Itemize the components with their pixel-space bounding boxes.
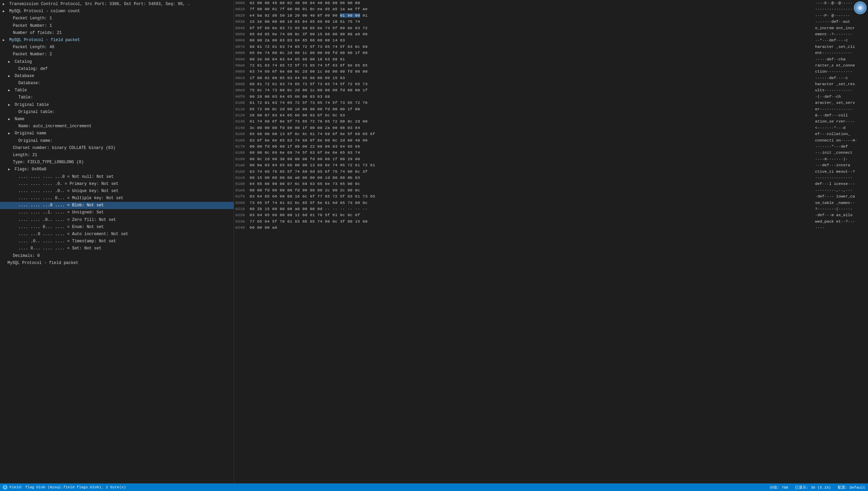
tree-item[interactable]: Packet Length: 1 [0, 15, 234, 22]
tree-item[interactable]: Packet Number: 2 [0, 51, 234, 58]
hex-row: 0120 26 00 07 03 64 65 66 00 03 6f 6c 6c… [234, 112, 868, 118]
tree-item[interactable]: .... 0... .... .... = Set: Not set [0, 245, 234, 252]
collapse-arrow[interactable]: ▶ [8, 167, 12, 172]
hex-row: 0090 00 2e 00 04 03 64 65 66 00 18 63 68… [234, 56, 868, 62]
tree-item[interactable]: .... .... .0.. .... = Zero fill: Not set [0, 216, 234, 224]
collapse-arrow[interactable]: ▶ [8, 117, 12, 122]
hex-ascii: ·def···· lower_ca [812, 193, 867, 200]
hex-ascii: er··-··········· [812, 106, 867, 112]
hex-row: 01d0 64 65 66 00 00 07 6c 69 63 65 6e 73… [234, 181, 868, 187]
tree-item-text: Charset number: binary COLLATE binary (6… [13, 146, 115, 150]
hex-row: 0110 65 72 00 0c 2d 00 10 00 00 00 fd 00… [234, 106, 868, 112]
hex-offset: 01a0 [235, 162, 250, 168]
hex-row: 0240 00 00 08 a0 ···· [234, 225, 868, 231]
hex-offset: 0140 [235, 125, 250, 131]
tree-item[interactable]: Type: FIELD_TYPE_LONGLONG (8) [0, 159, 234, 166]
hex-bytes: 68 61 72 61 63 74 65 72 5f 73 65 74 5f 6… [250, 44, 812, 50]
hex-offset: 0160 [235, 137, 250, 144]
hex-offset: 0050 [235, 31, 250, 37]
tree-item[interactable]: Catalog: def [0, 65, 234, 73]
tree-item[interactable]: Charset number: binary COLLATE binary (6… [0, 145, 234, 152]
tree-item-text: Original name [15, 131, 46, 136]
hex-ascii: ···init _connect [812, 150, 867, 156]
tree-item[interactable]: .... .0.. .... .... = Timestamp: Not set [0, 238, 234, 245]
tree-item[interactable]: Decimals: 0 [0, 252, 234, 260]
hex-bytes: 64 65 66 00 00 07 6c 69 63 65 6e 73 65 0… [250, 181, 812, 187]
tree-item[interactable]: .... .... ...0 .... = Blob: Not set [0, 202, 234, 209]
hex-bytes: 77 65 64 5f 70 61 63 6b 65 74 00 0c 3f 0… [250, 219, 812, 225]
tree-item[interactable]: ▶ Original name [0, 130, 234, 137]
tree-item[interactable]: ▶ Transmission Control Protocol, Src Por… [0, 1, 234, 8]
tree-item[interactable]: Original table: [0, 109, 234, 116]
tree-item-text: MySQL Protocol - field packet [7, 261, 78, 265]
hex-offset: 01c0 [235, 175, 250, 181]
tree-item[interactable]: .... .... .... ...0 = Not null: Not set [0, 173, 234, 181]
hex-row: 0100 61 72 61 63 74 65 72 5f 73 65 74 5f… [234, 100, 868, 106]
hex-bytes: 65 72 00 0c 2d 00 10 00 00 00 fd 00 00 1… [250, 106, 812, 112]
collapse-arrow[interactable]: ▶ [8, 59, 12, 65]
tree-item[interactable]: .... ...0 .... .... = Auto increment: No… [0, 231, 234, 238]
hex-row: 00d0 68 61 72 61 63 74 65 72 5f 73 65 74… [234, 81, 868, 87]
tree-item[interactable]: ▶ Flags: 0x00a0 [0, 166, 234, 173]
hex-offset: 0020 [235, 13, 250, 19]
collapse-arrow[interactable]: ▶ [8, 74, 12, 79]
hex-row: 0030 15 2e 00 00 00 18 03 64 65 66 00 18… [234, 19, 868, 25]
tree-item[interactable]: ▶ MySQL Protocol - field packet [0, 37, 234, 44]
tree-item[interactable]: Number of fields: 21 [0, 30, 234, 37]
hex-offset: 0120 [235, 112, 250, 118]
tree-item[interactable]: MySQL Protocol - field packet [0, 260, 234, 267]
tree-item[interactable]: Packet Length: 46 [0, 44, 234, 51]
tree-item[interactable]: Original name: [0, 137, 234, 145]
tree-item[interactable]: ▶ Catalog [0, 58, 234, 65]
collapse-arrow[interactable]: ▶ [3, 2, 7, 7]
tree-item[interactable]: ▶ Table [0, 87, 234, 94]
tree-item[interactable]: .... .... 0... .... = Enum: Not set [0, 224, 234, 231]
tree-item[interactable]: ▶ Name [0, 116, 234, 123]
tree-item-text: Original table: [18, 110, 55, 114]
tree-item[interactable]: ▶ Original table [0, 101, 234, 109]
hex-dump-panel: 0000 02 00 00 45 00 02 40 06 94 40 00 80… [234, 0, 868, 483]
tree-item[interactable]: ▶ Database [0, 73, 234, 80]
tree-item-text: .... 0... .... .... = Set: Not set [18, 246, 101, 251]
hex-ascii: ····E··@··@····· [812, 0, 867, 6]
tree-item[interactable]: Table: [0, 94, 234, 101]
hex-row: 0160 63 6f 6e 6e 65 63 74 69 6f 6e 00 0c… [234, 137, 868, 144]
tree-item[interactable]: .... .... ..1. .... = Unsigned: Set [0, 209, 234, 216]
tree-item[interactable]: Database: [0, 80, 234, 87]
status-bar: i Field: flag blob (mysql.field.flags.bl… [0, 484, 868, 491]
collapse-arrow[interactable]: ▶ [3, 9, 7, 14]
tree-item-text: Packet Number: 2 [13, 52, 52, 57]
tree-item[interactable]: .... .... .... 0... = Multiple key: Not … [0, 195, 234, 202]
hex-offset: 00e0 [235, 87, 250, 93]
tree-item-text: .... ...0 .... .... = Auto increment: No… [18, 232, 128, 237]
hex-offset: 01e0 [235, 187, 250, 193]
collapse-arrow[interactable]: ▶ [3, 38, 7, 43]
hex-bytes: 72 61 63 74 65 72 5f 73 65 74 5f 63 6f 6… [250, 62, 812, 69]
hex-row: 01b0 63 74 69 76 65 5f 74 69 6d 65 6f 75… [234, 169, 868, 175]
hex-offset: 01d0 [235, 181, 250, 187]
hex-row: 0190 00 0c 2d 00 38 00 00 00 fd 00 00 1f… [234, 156, 868, 162]
tree-item[interactable]: .... .... .... .0.. = Unique key: Not se… [0, 188, 234, 195]
hex-offset: 00d0 [235, 81, 250, 87]
hex-ascii: wed_pack et··?··· [812, 219, 867, 225]
packet-tree-panel[interactable]: ▶ Transmission Control Protocol, Src Por… [0, 0, 234, 483]
hex-ascii: ?········(······ [812, 206, 867, 212]
tree-item[interactable]: Length: 21 [0, 152, 234, 159]
tree-item-text: Original table [15, 102, 49, 107]
hex-bytes: 03 64 65 66 00 00 16 6c 6f 77 65 72 5f 6… [250, 193, 812, 200]
hex-offset: 0130 [235, 118, 250, 125]
hex-row: 0170 00 00 fd 00 00 1f 00 00 22 00 09 03… [234, 144, 868, 150]
tree-item[interactable]: Packet Number: 1 [0, 22, 234, 30]
collapse-arrow[interactable]: ▶ [8, 102, 12, 108]
collapse-arrow[interactable]: ▶ [8, 131, 12, 136]
hex-ascii: ation_se rver···- [812, 118, 867, 125]
display-info: 已显示: 36 (5.1%) [795, 485, 831, 490]
hex-row: 0200 73 65 5f 74 61 62 6c 65 5f 6e 61 6d… [234, 200, 868, 206]
profile-info: 配置: Default [838, 485, 865, 490]
tree-item[interactable]: .... .... .... .0. = Primary key: Not se… [0, 181, 234, 188]
tree-item[interactable]: ▶ MySQL Protocol - column count [0, 8, 234, 15]
tree-item[interactable]: Name: auto_increment_increment [0, 123, 234, 130]
collapse-arrow[interactable]: ▶ [8, 88, 12, 93]
tree-item-text: Database [15, 74, 34, 78]
hex-row: 0000 02 00 00 45 00 02 40 06 94 40 00 80… [234, 0, 868, 6]
